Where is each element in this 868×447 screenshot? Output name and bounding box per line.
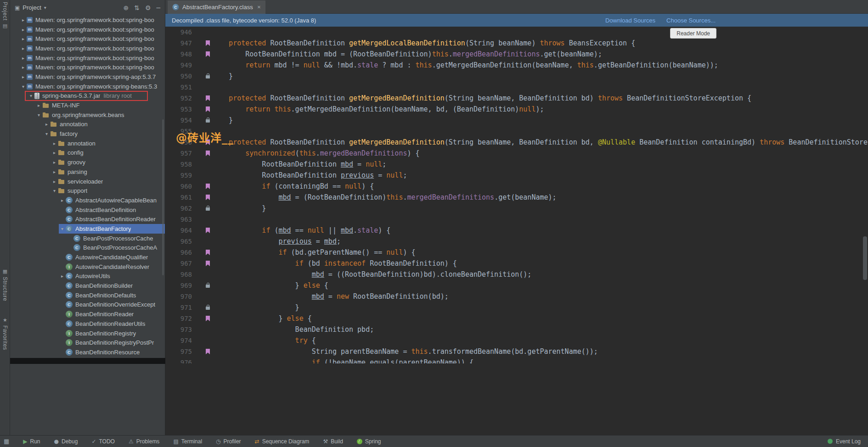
gutter-marker-icon[interactable] <box>206 106 210 112</box>
gutter-marker-icon[interactable] <box>206 51 210 57</box>
code-line[interactable]: 956 protected RootBeanDefinition getMerg… <box>165 137 868 148</box>
tree-item[interactable]: BeanPostProcessorCacheA <box>10 243 165 253</box>
tree-item[interactable]: ▸groovy <box>10 157 165 167</box>
code-line[interactable]: 960 if (containingBd == null) { <box>165 181 868 192</box>
close-icon[interactable]: ✕ <box>257 5 261 10</box>
tree-item[interactable]: ▸Maven: org.springframework.boot:spring-… <box>10 25 165 34</box>
code-line[interactable]: 976 if (!beanName.equals(parentBeanName)… <box>165 357 868 363</box>
gutter-marker-icon[interactable] <box>206 40 210 46</box>
event-log-button[interactable]: Event Log <box>828 438 861 445</box>
tree-item[interactable]: BeanDefinitionResource <box>10 347 165 357</box>
tree-item[interactable]: ▸config <box>10 148 165 158</box>
hide-panel-icon[interactable]: ─ <box>157 5 160 11</box>
code-line[interactable]: 949 return mbd != null && !mbd.stale ? m… <box>165 60 868 71</box>
gutter-marker-icon[interactable] <box>206 95 210 101</box>
tree-item[interactable]: ▸AutowireUtils <box>10 272 165 281</box>
tree-item[interactable]: AbstractBeanDefinition <box>10 205 165 215</box>
statusbar-item-spring[interactable]: Spring <box>357 438 381 445</box>
gutter-marker-icon[interactable] <box>206 261 210 266</box>
code-line[interactable]: 974 try { <box>165 335 868 346</box>
stripe-button-favorites[interactable]: ★ Favorites <box>0 318 10 350</box>
gutter-marker-icon[interactable] <box>206 250 210 255</box>
project-panel-title[interactable]: Project <box>23 4 41 11</box>
code-line[interactable]: 966 if (bd.getParentName() == null) { <box>165 247 868 258</box>
tree-item[interactable]: BeanDefinitionRegistry <box>10 329 165 338</box>
choose-sources-link[interactable]: Choose Sources... <box>666 17 716 24</box>
tree-item[interactable]: BeanPostProcessorCache <box>10 234 165 243</box>
tree-vertical-scrollbar[interactable] <box>162 119 164 275</box>
code-text[interactable]: protected RootBeanDefinition getMergedBe… <box>212 93 868 104</box>
code-text[interactable]: if (bd instanceof RootBeanDefinition) { <box>212 258 868 269</box>
tree-item[interactable]: ▸Maven: org.springframework.boot:spring-… <box>10 44 165 53</box>
tree-item[interactable]: ▸annotation <box>10 120 165 129</box>
code-line[interactable]: 963 <box>165 214 868 225</box>
statusbar-item-todo[interactable]: ✓TODO <box>91 438 115 445</box>
gutter-lock-icon[interactable] <box>206 285 210 288</box>
code-text[interactable]: mbd = (RootBeanDefinition)this.mergedBea… <box>212 192 868 203</box>
code-line[interactable]: 946 <box>165 27 868 38</box>
gutter-lock-icon[interactable] <box>206 307 210 310</box>
statusbar-item-debug[interactable]: ●Debug <box>54 438 78 445</box>
code-line[interactable]: 958 RootBeanDefinition mbd = null; <box>165 159 868 170</box>
chevron-right-icon[interactable]: ▸ <box>20 56 27 61</box>
code-editor[interactable]: 946947 protected RootBeanDefinition getM… <box>165 27 868 363</box>
tree-item[interactable]: ▸Maven: org.springframework.boot:spring-… <box>10 53 165 63</box>
code-line[interactable]: 953 return this.getMergedBeanDefinition(… <box>165 104 868 115</box>
tree-horizontal-scrollbar[interactable] <box>10 358 165 364</box>
tree-item[interactable]: BeanDefinitionOverrideExcept <box>10 300 165 310</box>
chevron-down-icon[interactable]: ▾ <box>20 84 27 89</box>
code-text[interactable]: protected RootBeanDefinition getMergedLo… <box>212 38 868 49</box>
chevron-right-icon[interactable]: ▸ <box>59 198 66 203</box>
gutter-marker-icon[interactable] <box>206 184 210 189</box>
code-text[interactable]: } else { <box>212 280 868 291</box>
chevron-down-icon[interactable]: ▾ <box>28 93 34 98</box>
statusbar-item-profiler[interactable]: ◷Profiler <box>216 438 241 445</box>
code-line[interactable]: 948 RootBeanDefinition mbd = (RootBeanDe… <box>165 49 868 60</box>
chevron-right-icon[interactable]: ▸ <box>20 27 27 32</box>
code-line[interactable]: 954 } <box>165 115 868 126</box>
code-line[interactable]: 947 protected RootBeanDefinition getMerg… <box>165 38 868 49</box>
code-line[interactable]: 967 if (bd instanceof RootBeanDefinition… <box>165 258 868 269</box>
gutter-marker-icon[interactable] <box>206 195 210 200</box>
stripe-button-project[interactable]: Project ▤ <box>0 2 10 28</box>
statusbar-item-problems[interactable]: ⚠Problems <box>129 438 159 445</box>
code-text[interactable]: } <box>212 302 868 313</box>
code-text[interactable]: protected RootBeanDefinition getMergedBe… <box>212 137 868 148</box>
code-line[interactable]: 957 synchronized(this.mergedBeanDefiniti… <box>165 148 868 159</box>
tree-item[interactable]: BeanDefinitionRegistryPostPr <box>10 338 165 347</box>
code-text[interactable]: String parentBeanName = this.transformed… <box>212 346 868 357</box>
gutter-marker-icon[interactable] <box>206 349 210 354</box>
gutter-lock-icon[interactable] <box>206 207 210 211</box>
statusbar-item-run[interactable]: ▶Run <box>23 438 40 445</box>
gutter-marker-icon[interactable] <box>206 228 210 233</box>
code-text[interactable] <box>212 126 868 137</box>
code-text[interactable]: BeanDefinition pbd; <box>212 324 868 335</box>
code-text[interactable]: if (mbd == null || mbd.stale) { <box>212 225 868 236</box>
chevron-right-icon[interactable]: ▸ <box>51 179 58 184</box>
code-text[interactable]: } <box>212 115 868 126</box>
tree-item[interactable]: ▸Maven: org.springframework.boot:spring-… <box>10 62 165 72</box>
code-text[interactable]: try { <box>212 335 868 346</box>
code-line[interactable]: 952 protected RootBeanDefinition getMerg… <box>165 93 868 104</box>
tree-item[interactable]: AutowireCandidateQualifier <box>10 252 165 262</box>
chevron-right-icon[interactable]: ▸ <box>43 122 50 127</box>
statusbar-item-terminal[interactable]: ▤Terminal <box>173 438 202 445</box>
locate-file-icon[interactable]: ⊕ <box>124 5 129 11</box>
code-line[interactable]: 950 } <box>165 71 868 82</box>
chevron-down-icon[interactable]: ▾ <box>43 131 50 136</box>
code-line[interactable]: 970 mbd = new RootBeanDefinition(bd); <box>165 291 868 302</box>
tree-item[interactable]: ▾factory <box>10 129 165 139</box>
tree-item[interactable]: ▸META-INF <box>10 101 165 110</box>
chevron-right-icon[interactable]: ▸ <box>51 169 58 174</box>
code-line[interactable]: 972 } else { <box>165 313 868 324</box>
code-text[interactable]: RootBeanDefinition mbd = null; <box>212 159 868 170</box>
code-text[interactable]: } else { <box>212 313 868 324</box>
code-text[interactable] <box>212 27 868 38</box>
chevron-right-icon[interactable]: ▸ <box>51 150 58 155</box>
chevron-down-icon[interactable]: ▾ <box>35 112 42 117</box>
download-sources-link[interactable]: Download Sources <box>605 17 655 24</box>
code-text[interactable]: synchronized(this.mergedBeanDefinitions)… <box>212 148 868 159</box>
chevron-down-icon[interactable]: ▾ <box>51 188 58 193</box>
statusbar-item-sequence[interactable]: ⇄Sequence Diagram <box>255 438 310 445</box>
code-text[interactable]: previous = mbd; <box>212 236 868 247</box>
